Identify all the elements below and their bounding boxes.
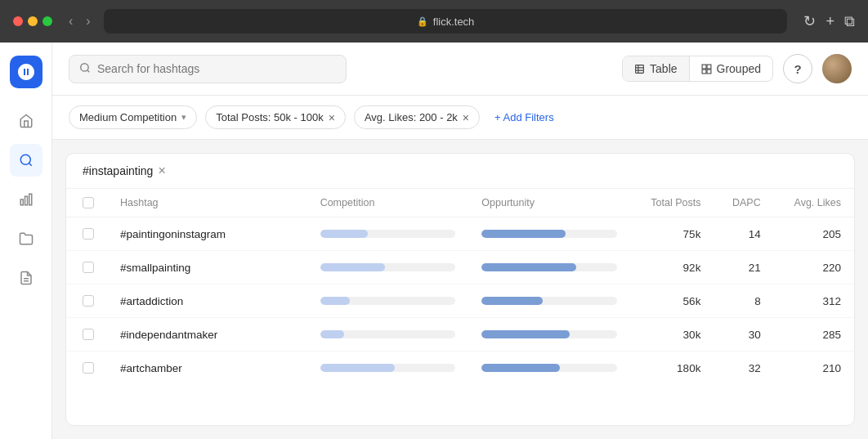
competition-bar-track xyxy=(320,297,456,305)
competition-bar-track xyxy=(320,263,456,271)
search-row-button[interactable] xyxy=(190,294,208,308)
more-row-button[interactable]: ••• xyxy=(248,326,268,343)
table-row: #smallpainting ••• 92k 21 220 xyxy=(66,251,854,284)
filter-bar: Medium Competition ▾ Total Posts: 50k - … xyxy=(52,96,868,140)
svg-point-23 xyxy=(230,331,236,337)
traffic-lights xyxy=(13,16,52,26)
hashtag-name: #independantmaker xyxy=(120,329,217,341)
table-view-button[interactable]: Table xyxy=(623,56,688,81)
more-row-button[interactable]: ••• xyxy=(213,293,234,309)
select-all-checkbox[interactable] xyxy=(83,197,94,208)
dapc-cell: 32 xyxy=(714,352,773,385)
app-logo[interactable] xyxy=(10,56,43,88)
header: Table Grouped ? xyxy=(52,43,868,96)
row-checkbox[interactable] xyxy=(83,295,94,307)
hashtag-cell: #paintingoninstagram ••• xyxy=(107,217,307,251)
table-header: Hashtag Competition Oppurtunity Total Po… xyxy=(66,189,854,217)
more-row-button[interactable]: ••• xyxy=(213,360,233,376)
opportunity-bar-fill xyxy=(481,330,570,338)
competition-bar-cell xyxy=(307,251,469,284)
avg-likes-col-header: Avg. Likes xyxy=(774,189,854,217)
opportunity-col-header: Oppurtunity xyxy=(468,189,630,217)
row-checkbox[interactable] xyxy=(83,329,94,340)
main-content: Table Grouped ? Medium Competition ▾ xyxy=(52,43,868,439)
svg-line-20 xyxy=(208,269,210,271)
more-row-button[interactable]: ••• xyxy=(221,259,241,275)
view-toggle: Table Grouped xyxy=(622,56,773,82)
group-header: #instapainting × xyxy=(66,154,854,189)
total-posts-cell: 56k xyxy=(630,284,714,318)
add-filters-button[interactable]: + Add Filters xyxy=(488,106,561,128)
svg-point-21 xyxy=(196,298,202,303)
search-row-button[interactable] xyxy=(224,328,243,342)
browser-actions: ↻ + ⧉ xyxy=(803,12,855,30)
row-checkbox-cell xyxy=(66,318,107,352)
forward-button[interactable]: › xyxy=(83,12,93,30)
chevron-down-icon: ▾ xyxy=(181,112,186,123)
total-posts-cell: 75k xyxy=(630,217,714,251)
total-posts-cell: 180k xyxy=(630,352,714,385)
search-row-button[interactable] xyxy=(197,261,216,275)
total-posts-close-icon[interactable]: × xyxy=(329,112,335,123)
row-checkbox[interactable] xyxy=(83,262,94,273)
tabs-button[interactable]: ⧉ xyxy=(844,12,855,30)
opportunity-bar-cell xyxy=(468,251,630,284)
competition-bar-cell xyxy=(307,352,469,385)
logo-icon xyxy=(16,62,36,82)
close-traffic-light[interactable] xyxy=(13,16,23,26)
search-box[interactable] xyxy=(69,55,347,83)
minimize-traffic-light[interactable] xyxy=(28,16,38,26)
search-row-button[interactable] xyxy=(189,361,208,375)
total-posts-col-header: Total Posts xyxy=(630,189,714,217)
opportunity-bar-cell xyxy=(468,217,630,251)
table-row: #artaddiction ••• 56k 8 312 xyxy=(66,284,854,318)
sidebar-item-folders[interactable] xyxy=(10,222,43,255)
group-close-button[interactable]: × xyxy=(158,164,165,178)
row-checkbox-cell xyxy=(66,284,107,318)
opportunity-bar-cell xyxy=(468,284,630,318)
avatar[interactable] xyxy=(822,54,852,83)
hashtag-cell: #artaddiction ••• xyxy=(107,284,307,318)
search-row-button[interactable] xyxy=(232,227,251,241)
address-bar[interactable]: 🔒 flick.tech xyxy=(104,9,788,34)
dapc-col-header: DAPC xyxy=(714,189,773,217)
more-row-button[interactable]: ••• xyxy=(256,226,276,242)
opportunity-bar-cell xyxy=(468,318,630,352)
svg-line-22 xyxy=(201,302,203,304)
document-icon xyxy=(19,271,34,285)
help-button[interactable]: ? xyxy=(783,54,812,83)
search-input[interactable] xyxy=(97,62,336,75)
competition-filter[interactable]: Medium Competition ▾ xyxy=(69,105,197,129)
back-button[interactable]: ‹ xyxy=(65,12,76,30)
avg-likes-cell: 285 xyxy=(774,318,854,352)
table-row: #artchamber ••• 180k 32 210 xyxy=(66,352,854,385)
sidebar-item-analytics[interactable] xyxy=(10,183,43,216)
maximize-traffic-light[interactable] xyxy=(43,16,52,26)
table-scroll[interactable]: Hashtag Competition Oppurtunity Total Po… xyxy=(66,189,854,425)
svg-line-8 xyxy=(87,69,90,72)
hashtag-name: #paintingoninstagram xyxy=(120,228,226,240)
opportunity-bar-track xyxy=(481,330,617,338)
competition-bar-cell xyxy=(307,284,469,318)
sidebar-item-search[interactable] xyxy=(10,144,43,177)
hashtag-cell: #smallpainting ••• xyxy=(107,251,307,284)
total-posts-cell: 92k xyxy=(630,251,714,284)
row-checkbox-cell xyxy=(66,251,107,284)
search-sidebar-icon xyxy=(19,153,34,168)
grouped-view-button[interactable]: Grouped xyxy=(689,56,772,81)
avg-likes-close-icon[interactable]: × xyxy=(463,112,469,123)
table-icon xyxy=(634,64,645,74)
table-view-label: Table xyxy=(650,62,677,75)
sidebar-item-docs[interactable] xyxy=(10,262,43,294)
svg-rect-4 xyxy=(29,194,31,205)
folder-icon xyxy=(19,231,34,246)
sidebar-item-home[interactable] xyxy=(10,105,43,137)
avg-likes-cell: 205 xyxy=(774,217,854,251)
new-tab-button[interactable]: + xyxy=(825,12,834,30)
row-checkbox[interactable] xyxy=(83,362,94,374)
competition-bar-fill xyxy=(320,230,368,238)
competition-bar-fill xyxy=(320,263,386,271)
reload-button[interactable]: ↻ xyxy=(803,12,816,30)
row-checkbox[interactable] xyxy=(83,228,94,240)
svg-rect-9 xyxy=(636,65,644,73)
